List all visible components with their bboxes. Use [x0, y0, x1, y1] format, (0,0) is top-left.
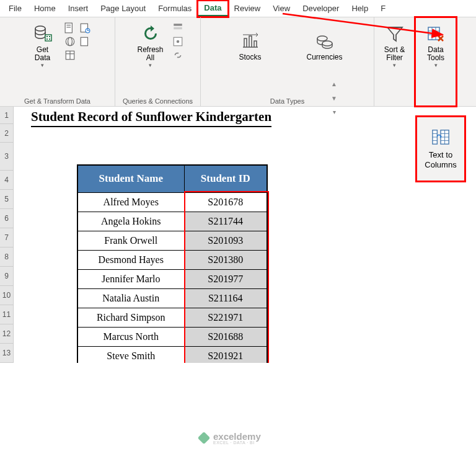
properties-button[interactable] — [172, 36, 183, 47]
row-header[interactable]: 10 — [0, 286, 14, 305]
worksheet: 12345678910111213 Student Record of Sunf… — [0, 107, 476, 363]
transform-small-buttons-2 — [79, 20, 90, 47]
group-transform: GetData ▾ Get & Transform Data — [0, 17, 115, 106]
tab-insert[interactable]: Insert — [62, 1, 95, 16]
edit-links-button[interactable] — [172, 50, 183, 61]
row-header[interactable]: 1 — [0, 107, 14, 124]
row-header[interactable]: 13 — [0, 344, 14, 363]
chevron-down-icon: ▾ — [393, 62, 396, 68]
table-row: Richard SimpsonS221971 — [77, 308, 267, 327]
stocks-button[interactable]: Stocks — [223, 27, 278, 65]
currencies-label: Currencies — [306, 53, 342, 61]
student-table: Student Name Student ID Alfred MoyesS201… — [77, 164, 268, 363]
group-queries: RefreshAll ▾ Queries & Connections — [115, 17, 201, 106]
table-row: Desmond HayesS201380 — [77, 250, 267, 269]
sort-filter-button[interactable]: Sort &Filter ▾ — [379, 20, 410, 72]
cell-name[interactable]: Alfred Moyes — [77, 192, 184, 212]
refresh-all-label: RefreshAll — [137, 46, 163, 62]
sort-filter-label: Sort &Filter — [384, 46, 405, 62]
svg-point-21 — [317, 36, 327, 41]
cell-name[interactable]: Richard Simpson — [77, 308, 184, 327]
row-header[interactable]: 3 — [0, 143, 14, 171]
cell-name[interactable]: Angela Hokins — [77, 212, 184, 231]
recent-sources-button[interactable] — [79, 22, 90, 33]
cell-id[interactable]: S201688 — [184, 327, 267, 346]
svg-rect-16 — [81, 37, 87, 46]
from-text-button[interactable] — [64, 22, 76, 33]
row-header[interactable]: 8 — [0, 248, 14, 267]
svg-point-22 — [322, 41, 332, 46]
from-web-button[interactable] — [64, 36, 76, 47]
row-header[interactable]: 6 — [0, 209, 14, 228]
tab-view[interactable]: View — [267, 1, 296, 16]
stocks-label: Stocks — [239, 53, 261, 61]
cell-name[interactable]: Natalia Austin — [77, 288, 184, 308]
header-name[interactable]: Student Name — [77, 165, 184, 192]
queries-small-buttons — [172, 20, 183, 61]
ribbon: GetData ▾ Get & Transform Data RefreshAl… — [0, 17, 476, 107]
stocks-icon — [240, 31, 260, 51]
cell-id[interactable]: S201921 — [184, 346, 267, 363]
cell-id[interactable]: S201977 — [184, 269, 267, 288]
cell-name[interactable]: Marcus North — [77, 327, 184, 346]
sheet-content[interactable]: Student Record of Sunflower Kindergarten… — [14, 107, 476, 363]
get-data-label: GetData — [35, 46, 50, 62]
cell-id[interactable]: S201380 — [184, 250, 267, 269]
queries-button[interactable] — [172, 22, 183, 33]
filter-icon — [385, 24, 405, 43]
svg-rect-4 — [46, 38, 48, 40]
data-tools-button[interactable]: DataTools ▾ — [420, 20, 451, 72]
row-header[interactable]: 4 — [0, 171, 14, 190]
cell-id[interactable]: S221971 — [184, 308, 267, 327]
refresh-all-button[interactable]: RefreshAll ▾ — [133, 20, 169, 72]
cell-id[interactable]: S211744 — [184, 212, 267, 231]
tab-help[interactable]: Help — [345, 1, 374, 16]
from-table-button[interactable] — [64, 50, 76, 61]
table-row: Natalia AustinS211164 — [77, 288, 267, 308]
tab-data[interactable]: Data — [198, 1, 227, 17]
tab-formulas[interactable]: Formulas — [152, 1, 198, 16]
row-headers: 12345678910111213 — [0, 107, 14, 363]
cell-name[interactable]: Jennifer Marlo — [77, 269, 184, 288]
tab-f[interactable]: F — [374, 1, 392, 16]
svg-point-9 — [66, 37, 74, 46]
transform-small-buttons — [64, 20, 76, 61]
row-header[interactable]: 12 — [0, 324, 14, 344]
row-header[interactable]: 2 — [0, 124, 14, 143]
cell-id[interactable]: S201093 — [184, 231, 267, 250]
header-id[interactable]: Student ID — [184, 165, 267, 192]
refresh-icon — [141, 24, 161, 43]
svg-rect-17 — [174, 24, 182, 25]
table-row: Marcus NorthS201688 — [77, 327, 267, 346]
group-label-queries: Queries & Connections — [123, 96, 193, 105]
tab-review[interactable]: Review — [228, 1, 267, 16]
group-sort: Sort &Filter ▾ — [374, 17, 415, 106]
tab-developer[interactable]: Developer — [296, 1, 345, 16]
tab-page-layout[interactable]: Page Layout — [94, 1, 152, 16]
row-header[interactable]: 5 — [0, 190, 14, 209]
get-data-button[interactable]: GetData ▾ — [25, 20, 61, 72]
group-data-tools: DataTools ▾ — [415, 17, 456, 106]
table-row: Angela HokinsS211744 — [77, 212, 267, 231]
chevron-down-icon: ▾ — [149, 62, 152, 68]
cell-id[interactable]: S201678 — [184, 192, 267, 212]
svg-rect-18 — [174, 27, 182, 29]
tab-file[interactable]: File — [2, 1, 28, 16]
cell-name[interactable]: Desmond Hayes — [77, 250, 184, 269]
currencies-button[interactable]: Currencies — [297, 27, 353, 65]
row-header[interactable]: 9 — [0, 267, 14, 286]
database-icon — [33, 24, 53, 43]
svg-point-20 — [176, 40, 179, 43]
cell-id[interactable]: S211164 — [184, 288, 267, 308]
group-datatypes: Stocks Currencies ▲▼▾ Data Types — [201, 17, 374, 106]
row-header[interactable]: 7 — [0, 228, 14, 248]
cell-name[interactable]: Steve Smith — [77, 346, 184, 363]
existing-conn-button[interactable] — [79, 36, 90, 47]
row-header[interactable]: 11 — [0, 305, 14, 324]
group-label-transform: Get & Transform Data — [24, 96, 90, 105]
svg-rect-6 — [65, 23, 72, 33]
chevron-down-icon: ▾ — [41, 62, 44, 68]
tab-home[interactable]: Home — [28, 1, 62, 16]
cell-name[interactable]: Frank Orwell — [77, 231, 184, 250]
ribbon-tabs: FileHomeInsertPage LayoutFormulasDataRev… — [0, 0, 476, 17]
